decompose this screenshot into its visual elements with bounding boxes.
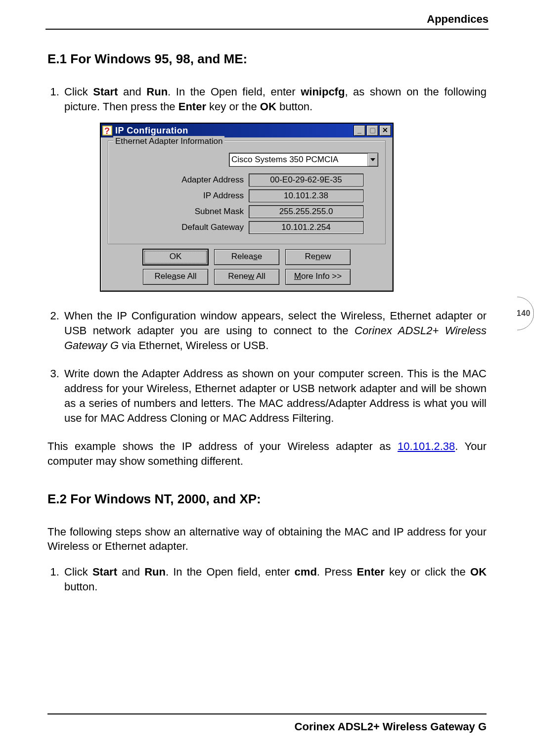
ipconfig-dialog-figure: IP Configuration _ ▢ ✕ Ethernet Adapter … [100, 123, 487, 292]
txt: Click [64, 86, 93, 98]
maximize-button[interactable]: ▢ [366, 125, 378, 136]
value-adapter-address: 00-E0-29-62-9E-35 [249, 174, 363, 186]
window-body: Ethernet Adapter Information Cisco Syste… [101, 137, 393, 291]
renew-all-button[interactable]: Renew All [214, 269, 279, 285]
label-subnet-mask: Subnet Mask [115, 206, 249, 218]
e1-steps: Click Start and Run. In the Open field, … [47, 85, 487, 425]
value-default-gateway: 10.101.2.254 [249, 221, 363, 234]
titlebar: IP Configuration _ ▢ ✕ [101, 124, 393, 137]
kw-run: Run [146, 86, 168, 98]
e2-steps: Click Start and Run. In the Open field, … [47, 565, 487, 594]
row-ip-address: IP Address 10.101.2.38 [115, 189, 378, 202]
txt: button. [64, 580, 97, 593]
footer-product: Corinex ADSL2+ Wireless Gateway G [295, 720, 487, 733]
txt: key or the [206, 100, 260, 113]
txt: and [117, 566, 144, 578]
txt: via Ethernet, Wireless or USB. [119, 339, 268, 352]
close-button[interactable]: ✕ [379, 125, 391, 136]
value-ip-address: 10.101.2.38 [249, 189, 363, 202]
txt: Write down the Adapter Address as shown … [64, 367, 487, 424]
e1-step-3: Write down the Adapter Address as shown … [62, 366, 487, 425]
kw-run: Run [144, 566, 166, 578]
e2-intro: The following steps show an alternative … [47, 525, 487, 554]
more-info-button[interactable]: More Info >> [285, 269, 351, 285]
row-default-gateway: Default Gateway 10.101.2.254 [115, 221, 378, 234]
ok-button[interactable]: OK [143, 249, 208, 265]
txt: key or click the [385, 566, 470, 578]
txt: and [118, 86, 146, 98]
kw-ok: OK [260, 100, 276, 113]
group-legend: Ethernet Adapter Information [113, 136, 224, 147]
release-all-button[interactable]: Release All [143, 269, 208, 285]
example-ip-link[interactable]: 10.101.2.38 [398, 440, 455, 452]
txt: This example shows the IP address of you… [47, 440, 398, 452]
section-e2-heading: E.2 For Windows NT, 2000, and XP: [47, 491, 487, 507]
minimize-button[interactable]: _ [354, 125, 365, 136]
adapter-select-row: Cisco Systems 350 PCMCIA [115, 153, 378, 167]
kw-winipcfg: winipcfg [301, 86, 345, 98]
kw-cmd: cmd [295, 566, 317, 578]
value-subnet-mask: 255.255.255.0 [249, 205, 363, 218]
txt: . In the Open field, enter [166, 566, 295, 578]
e1-example-paragraph: This example shows the IP address of you… [47, 439, 487, 468]
header-title: Appendices [427, 13, 489, 25]
help-icon [102, 126, 112, 135]
kw-ok: OK [470, 566, 487, 578]
release-button[interactable]: Release [214, 249, 279, 265]
row-subnet-mask: Subnet Mask 255.255.255.0 [115, 205, 378, 218]
chevron-down-icon[interactable] [367, 153, 378, 166]
ok-label: OK [170, 252, 182, 261]
button-row-2: Release All Renew All More Info >> [108, 269, 386, 285]
e2-step-1: Click Start and Run. In the Open field, … [62, 565, 487, 594]
ipconfig-window: IP Configuration _ ▢ ✕ Ethernet Adapter … [100, 123, 394, 292]
page-header: Appendices [45, 13, 489, 30]
adapter-dropdown[interactable]: Cisco Systems 350 PCMCIA [229, 153, 378, 167]
txt: . Press [317, 566, 357, 578]
kw-enter: Enter [357, 566, 385, 578]
kw-start: Start [92, 566, 117, 578]
adapter-selected: Cisco Systems 350 PCMCIA [229, 153, 367, 166]
page-number-badge: 140 [500, 297, 534, 330]
label-adapter-address: Adapter Address [115, 175, 249, 186]
e1-step-1: Click Start and Run. In the Open field, … [62, 85, 487, 292]
renew-button[interactable]: Renew [285, 249, 351, 265]
adapter-info-group: Ethernet Adapter Information Cisco Syste… [108, 140, 386, 244]
kw-enter: Enter [178, 100, 206, 113]
footer-rule [47, 713, 487, 714]
kw-start: Start [93, 86, 118, 98]
window-title: IP Configuration [115, 125, 354, 136]
page-number: 140 [517, 309, 531, 318]
txt: button. [276, 100, 312, 113]
txt: Click [64, 566, 92, 578]
label-ip-address: IP Address [115, 190, 249, 202]
e1-step-2: When the IP Configuration window appears… [62, 309, 487, 353]
txt: . In the Open field, enter [168, 86, 301, 98]
button-row-1: OK Release Renew [108, 249, 386, 265]
row-adapter-address: Adapter Address 00-E0-29-62-9E-35 [115, 174, 378, 186]
section-e1-heading: E.1 For Windows 95, 98, and ME: [47, 51, 487, 67]
label-default-gateway: Default Gateway [115, 222, 249, 233]
titlebar-buttons: _ ▢ ✕ [354, 125, 391, 136]
